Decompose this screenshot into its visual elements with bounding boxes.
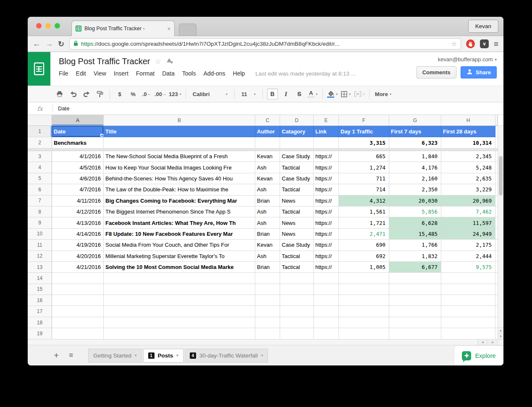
sheets-logo[interactable]: [28, 52, 50, 86]
menu-file[interactable]: File: [59, 68, 72, 78]
cell-H9[interactable]: 11,597: [441, 217, 495, 228]
strikethrough-button[interactable]: S: [294, 89, 305, 99]
cell-G15[interactable]: [389, 284, 441, 295]
cell-G7[interactable]: 20,030: [389, 196, 441, 206]
cell-B13[interactable]: Solving the 10 Most Common Social Media …: [104, 262, 255, 273]
cell-G8[interactable]: 5,856: [389, 206, 441, 217]
menu-edit[interactable]: Edit: [72, 68, 90, 78]
cell-A13[interactable]: 4/21/2016: [52, 262, 104, 273]
cell-C14[interactable]: [255, 273, 280, 284]
cell-C1[interactable]: Author: [255, 126, 280, 137]
cell-B15[interactable]: [104, 284, 255, 295]
redo-button[interactable]: [81, 89, 92, 99]
tab-close-icon[interactable]: ×: [167, 26, 170, 32]
currency-format-button[interactable]: $: [114, 89, 125, 99]
percent-format-button[interactable]: %: [128, 89, 139, 99]
cell-F3[interactable]: 665: [339, 151, 389, 162]
cell-G17[interactable]: [389, 306, 441, 317]
cell-F1[interactable]: Day 1 Traffic: [339, 126, 389, 137]
cell-H2[interactable]: 10,314: [441, 137, 495, 149]
row-header-6[interactable]: 6: [28, 184, 52, 195]
cell-A12[interactable]: 4/20/2016: [52, 251, 104, 262]
browser-tab[interactable]: Blog Post Traffic Tracker - ×: [71, 21, 175, 36]
paint-format-button[interactable]: [94, 89, 105, 99]
cell-E4[interactable]: https://: [314, 162, 339, 173]
cell-D6[interactable]: Tactical: [280, 184, 314, 195]
menu-tools[interactable]: Tools: [178, 68, 200, 78]
cell-A18[interactable]: [52, 317, 104, 328]
chrome-menu-icon[interactable]: ≡: [494, 39, 498, 49]
italic-button[interactable]: I: [280, 89, 291, 99]
col-header-F[interactable]: F: [339, 115, 389, 125]
cell-G18[interactable]: [389, 317, 441, 328]
mac-close-button[interactable]: [36, 23, 42, 29]
cell-D8[interactable]: Tactical: [280, 206, 314, 217]
cell-E13[interactable]: https://: [314, 262, 339, 273]
cell-F13[interactable]: 1,005: [339, 262, 389, 273]
cell-C19[interactable]: [255, 328, 280, 339]
vertical-scrollbar[interactable]: ▲ ▼: [498, 115, 503, 339]
cell-G4[interactable]: 4,176: [389, 162, 441, 173]
cell-E5[interactable]: https://: [314, 173, 339, 184]
row-header-3[interactable]: 3: [28, 151, 52, 162]
cell-A10[interactable]: 4/14/2016: [52, 229, 104, 240]
cell-C5[interactable]: Kevan: [255, 173, 280, 184]
col-header-A[interactable]: A: [52, 115, 104, 125]
vertical-scrollbar-thumb[interactable]: [499, 156, 503, 196]
cell-A14[interactable]: [52, 273, 104, 284]
cell-H7[interactable]: 20,969: [441, 196, 495, 206]
sheet-tab-caret-icon[interactable]: ▾: [176, 353, 178, 357]
cell-F9[interactable]: 1,721: [339, 217, 389, 228]
cell-B4[interactable]: How to Keep Your Social Media Images Loo…: [104, 162, 255, 173]
borders-button[interactable]: ▾: [341, 89, 351, 99]
cell-B17[interactable]: [104, 306, 255, 317]
cell-B10[interactable]: F8 Update: 10 New Facebook Features Ever…: [104, 229, 255, 240]
cell-G11[interactable]: 1,766: [389, 240, 441, 250]
cell-C9[interactable]: Ash: [255, 217, 280, 228]
cell-C3[interactable]: Kevan: [255, 151, 280, 162]
cell-C7[interactable]: Brian: [255, 196, 280, 206]
cell-A19[interactable]: [52, 328, 104, 339]
row-header-12[interactable]: 12: [28, 251, 52, 262]
number-format-button[interactable]: 123▾: [169, 89, 181, 99]
row-header-10[interactable]: 10: [28, 229, 52, 240]
cell-A1[interactable]: Date: [52, 126, 104, 137]
cell-C4[interactable]: Ash: [255, 162, 280, 173]
row-header-14[interactable]: 14: [28, 273, 52, 284]
cell-A17[interactable]: [52, 306, 104, 317]
mac-minimize-button[interactable]: [45, 23, 51, 29]
cell-B12[interactable]: Millenial Marketing Superstar Everette T…: [104, 251, 255, 262]
col-header-G[interactable]: G: [389, 115, 441, 125]
select-all-corner[interactable]: [28, 115, 52, 125]
menu-data[interactable]: Data: [158, 68, 178, 78]
cell-D1[interactable]: Catagory: [280, 126, 314, 137]
cell-E1[interactable]: Link: [314, 126, 339, 137]
cell-F4[interactable]: 1,274: [339, 162, 389, 173]
cell-H17[interactable]: [441, 306, 495, 317]
cell-G6[interactable]: 2,350: [389, 184, 441, 195]
cell-D2[interactable]: [280, 137, 314, 149]
cell-H18[interactable]: [441, 317, 495, 328]
bold-button[interactable]: B: [267, 89, 278, 99]
cell-C13[interactable]: Brian: [255, 262, 280, 273]
cell-C15[interactable]: [255, 284, 280, 295]
cell-F11[interactable]: 690: [339, 240, 389, 250]
cell-F17[interactable]: [339, 306, 389, 317]
profile-button[interactable]: Kevan: [468, 20, 498, 33]
increase-decimal-button[interactable]: .00→: [155, 89, 166, 99]
cell-A2[interactable]: Benchmarks: [52, 137, 104, 149]
cell-E3[interactable]: https://: [314, 151, 339, 162]
font-size-select[interactable]: 11▾: [239, 89, 258, 99]
text-color-button[interactable]: A ▾: [307, 89, 318, 99]
adblock-extension-icon[interactable]: [466, 39, 475, 48]
last-edit-status[interactable]: Last edit was made yesterday at 8:13 ...: [255, 70, 356, 77]
cell-H19[interactable]: [441, 328, 495, 339]
add-sheet-button[interactable]: +: [54, 350, 59, 360]
cell-B8[interactable]: The Biggest Internet Phenomenon Since Th…: [104, 206, 255, 217]
print-button[interactable]: [54, 89, 65, 99]
cell-E18[interactable]: [314, 317, 339, 328]
background-tab-stub[interactable]: [179, 23, 197, 36]
sheet-tab-getting-started[interactable]: Getting Started▾: [88, 349, 142, 363]
row-header-17[interactable]: 17: [28, 306, 52, 317]
cell-E12[interactable]: https://: [314, 251, 339, 262]
